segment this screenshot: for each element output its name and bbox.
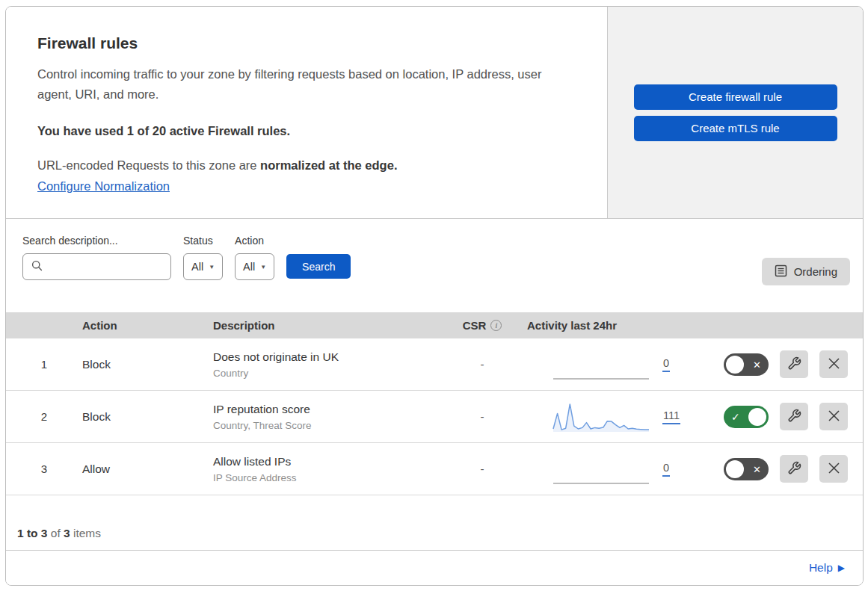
header-section: Firewall rules Control incoming traffic …: [6, 7, 863, 219]
chevron-down-icon: ▼: [260, 264, 266, 270]
filter-controls: Search description... Status All ▼ Actio…: [22, 235, 351, 280]
rule-controls: ✓ ✕: [703, 403, 863, 430]
rule-csr: -: [452, 358, 512, 371]
rule-priority: 1: [6, 358, 82, 371]
activity-count-link[interactable]: 0: [662, 357, 670, 372]
normalization-prefix: URL-encoded Requests to this zone are: [37, 158, 260, 172]
close-icon: [828, 357, 840, 372]
status-dropdown-value: All: [191, 261, 203, 273]
rule-description-cell: Allow listed IPs IP Source Address: [213, 455, 452, 483]
column-header-activity: Activity last 24hr: [512, 319, 703, 332]
rule-activity-cell: 0: [512, 454, 703, 484]
search-input-wrapper: [22, 253, 171, 280]
normalization-bold: normalized at the edge.: [260, 158, 397, 172]
rule-csr: -: [452, 462, 512, 475]
delete-rule-button[interactable]: [819, 403, 848, 430]
header-actions-panel: Create firewall rule Create mTLS rule: [608, 7, 863, 218]
column-header-csr: CSRi: [452, 319, 512, 332]
close-icon: [828, 409, 840, 424]
rule-action: Block: [82, 358, 213, 371]
info-icon[interactable]: i: [490, 320, 502, 331]
search-label: Search description...: [22, 235, 171, 247]
page-description: Control incoming traffic to your zone by…: [37, 64, 562, 104]
chevron-down-icon: ▼: [209, 264, 215, 270]
rule-action: Block: [82, 410, 213, 424]
enable-toggle[interactable]: ✓ ✕: [724, 406, 769, 428]
normalization-note: URL-encoded Requests to this zone are no…: [37, 158, 562, 173]
rule-action: Allow: [82, 462, 213, 476]
search-input[interactable]: [49, 261, 170, 273]
list-document-icon: [775, 264, 787, 279]
rule-criteria: Country, Threat Score: [213, 420, 452, 431]
rule-controls: ✓ ✕: [703, 455, 863, 483]
wrench-icon: [787, 461, 801, 477]
rule-description-cell: IP reputation score Country, Threat Scor…: [213, 403, 452, 431]
action-dropdown-value: All: [243, 261, 255, 273]
edit-rule-button[interactable]: [780, 350, 808, 378]
close-icon: [828, 462, 840, 477]
arrow-right-icon: ▶: [838, 563, 845, 573]
activity-sparkline: [553, 454, 649, 484]
activity-sparkline: [553, 350, 649, 380]
status-filter-group: Status All ▼: [183, 235, 223, 280]
create-firewall-rule-button[interactable]: Create firewall rule: [634, 84, 837, 110]
rule-criteria: IP Source Address: [213, 472, 452, 483]
rule-activity-cell: 0: [512, 350, 703, 380]
help-footer: Help ▶: [6, 551, 863, 585]
toggle-knob: [726, 460, 744, 478]
rule-criteria: Country: [213, 368, 452, 379]
action-filter-group: Action All ▼: [235, 235, 274, 280]
wrench-icon: [787, 409, 801, 425]
edit-rule-button[interactable]: [780, 403, 808, 430]
filter-bar: Search description... Status All ▼ Actio…: [6, 219, 863, 312]
x-icon: ✕: [753, 464, 761, 474]
activity-sparkline: [553, 400, 649, 433]
toggle-knob: [726, 356, 744, 374]
enable-toggle[interactable]: ✓ ✕: [724, 353, 769, 376]
rule-priority: 3: [6, 462, 82, 475]
check-icon: ✓: [731, 412, 740, 422]
delete-rule-button[interactable]: [819, 455, 848, 483]
edit-rule-button[interactable]: [780, 455, 808, 483]
delete-rule-button[interactable]: [819, 350, 848, 378]
help-link[interactable]: Help ▶: [809, 561, 845, 575]
configure-normalization-link[interactable]: Configure Normalization: [37, 179, 170, 194]
pagination-summary: 1 to 3 of 3 items: [6, 495, 863, 551]
x-icon: ✕: [753, 359, 761, 369]
rule-description: IP reputation score: [213, 403, 452, 416]
enable-toggle[interactable]: ✓ ✕: [724, 458, 769, 480]
action-dropdown[interactable]: All ▼: [235, 253, 274, 280]
rule-csr: -: [452, 410, 512, 423]
wrench-icon: [787, 356, 801, 373]
usage-summary: You have used 1 of 20 active Firewall ru…: [37, 124, 562, 138]
status-dropdown[interactable]: All ▼: [183, 253, 223, 280]
activity-count-link[interactable]: 0: [662, 462, 670, 477]
page-title: Firewall rules: [37, 34, 562, 52]
action-label: Action: [235, 235, 274, 247]
rule-description: Does not originate in UK: [213, 350, 452, 364]
activity-count-link[interactable]: 111: [662, 409, 680, 424]
table-header-row: Action Description CSRi Activity last 24…: [6, 312, 863, 338]
rule-priority: 2: [6, 410, 82, 423]
ordering-button[interactable]: Ordering: [762, 258, 850, 285]
status-label: Status: [183, 235, 223, 247]
header-text-block: Firewall rules Control incoming traffic …: [6, 7, 608, 218]
create-mtls-rule-button[interactable]: Create mTLS rule: [634, 116, 837, 141]
column-header-action: Action: [82, 319, 213, 332]
pagination-range: 1 to 3: [17, 527, 47, 540]
table-row: 2 Block IP reputation score Country, Thr…: [6, 391, 863, 443]
column-header-description: Description: [213, 319, 452, 332]
ordering-button-label: Ordering: [794, 265, 837, 278]
pagination-total: 3: [64, 527, 70, 540]
table-row: 1 Block Does not originate in UK Country…: [6, 338, 863, 391]
rule-description-cell: Does not originate in UK Country: [213, 350, 452, 379]
pagination-items-label: items: [73, 527, 101, 540]
rule-description: Allow listed IPs: [213, 455, 452, 468]
search-button[interactable]: Search: [286, 254, 351, 279]
firewall-rules-card: Firewall rules Control incoming traffic …: [5, 6, 864, 586]
toggle-knob: [748, 408, 766, 426]
rule-activity-cell: 111: [512, 400, 703, 433]
help-link-label: Help: [809, 561, 833, 575]
csr-header-label: CSR: [463, 319, 487, 332]
search-icon: [31, 260, 43, 274]
